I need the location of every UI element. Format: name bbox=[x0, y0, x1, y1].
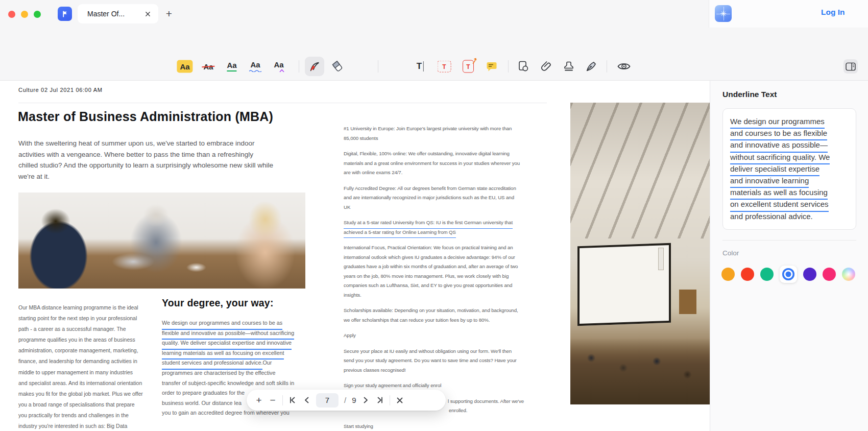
highlight-tool[interactable]: Aa bbox=[177, 60, 192, 73]
markup-toolbar bbox=[0, 53, 868, 81]
meeting-photo bbox=[18, 193, 305, 289]
text-cursor-icon bbox=[423, 61, 424, 71]
selected-text-card[interactable]: We design our programmesand courses to b… bbox=[722, 108, 856, 230]
selected-text-line: without sacrificing quality. We bbox=[730, 151, 849, 163]
pen-markup-tool[interactable] bbox=[305, 57, 324, 76]
caret-icon bbox=[279, 69, 284, 73]
squiggly-underline-tool[interactable]: Aa bbox=[249, 61, 261, 72]
page-total: 9 bbox=[352, 396, 356, 404]
color-swatch-custom[interactable] bbox=[842, 268, 855, 281]
insert-caret-tool[interactable]: Aa bbox=[273, 61, 284, 73]
toolbar-divider bbox=[607, 60, 607, 73]
right-column-line: Start studying bbox=[344, 422, 545, 431]
toolbar-divider bbox=[508, 60, 509, 73]
callout-tool[interactable]: T bbox=[463, 60, 474, 73]
ai-assistant-icon[interactable]: ✳ bbox=[715, 5, 732, 22]
document-page: Culture 02 Jul 2021 06:00 AM Master of B… bbox=[0, 81, 710, 431]
projector-screen bbox=[577, 243, 671, 326]
left-column-line: administration, corporate management, ma… bbox=[18, 345, 161, 356]
right-column-line: Apply bbox=[344, 331, 545, 341]
middle-column-heading: Your degree, your way: bbox=[162, 297, 310, 309]
right-panel-toggle-button[interactable] bbox=[843, 59, 858, 74]
underline-aa-glyph: Aa bbox=[227, 61, 236, 71]
sparkle-icon: ✳ bbox=[720, 9, 727, 18]
text-box-tool[interactable]: T bbox=[438, 61, 451, 73]
article-kicker: Culture 02 Jul 2021 06:00 AM bbox=[18, 87, 103, 93]
chevron-right-icon bbox=[364, 397, 368, 403]
left-column-line: programme qualifies you in the areas of … bbox=[18, 334, 161, 345]
left-column-line: Our MBA distance learning programme is t… bbox=[18, 302, 161, 313]
right-column-line: previous classes recognised! bbox=[344, 366, 545, 375]
new-tab-button[interactable]: + bbox=[162, 7, 176, 20]
zoom-out-button[interactable]: − bbox=[269, 393, 277, 408]
intro-line: we're at it. bbox=[18, 171, 273, 182]
stamp-tool[interactable] bbox=[563, 60, 575, 73]
annotation-properties-panel: Underline Text We design our programmesa… bbox=[710, 81, 868, 431]
shapes-tool[interactable] bbox=[517, 60, 529, 73]
right-column-line: international outlook which gives IU gra… bbox=[344, 253, 545, 262]
selected-text-line: and innovative as possible— bbox=[730, 139, 849, 151]
menu-bar: 100% EditMarkupFormSecurityToolBatch Sea… bbox=[0, 28, 868, 53]
right-column-line: Study at a 5-star rated University from … bbox=[344, 218, 545, 228]
color-swatch-green[interactable] bbox=[760, 268, 774, 281]
zoom-in-button[interactable]: + bbox=[255, 393, 263, 408]
highlight-aa-glyph: Aa bbox=[177, 60, 192, 73]
next-page-button[interactable] bbox=[362, 393, 370, 408]
selected-text-line: materials as well as focusing bbox=[730, 186, 849, 198]
last-page-button[interactable] bbox=[376, 393, 384, 408]
window-zoom-button[interactable] bbox=[34, 11, 41, 18]
lectern bbox=[679, 290, 696, 314]
right-column-line: and are internationally recognized in ma… bbox=[344, 193, 545, 203]
right-column-line: graduates have a job within six months o… bbox=[344, 262, 545, 272]
color-swatch-red[interactable] bbox=[741, 268, 754, 281]
strikethrough-tool[interactable]: Aa bbox=[203, 63, 213, 70]
left-column-line: finance, and leadership for demanding ac… bbox=[18, 356, 161, 367]
window-close-button[interactable] bbox=[8, 11, 15, 18]
attachment-tool[interactable] bbox=[540, 60, 552, 73]
document-tab[interactable]: Master Of... bbox=[78, 4, 158, 23]
squiggly-aa-glyph: Aa bbox=[250, 61, 260, 68]
right-column-line: International Focus, Practical Orientati… bbox=[344, 243, 545, 253]
sticky-note-tool[interactable] bbox=[486, 60, 498, 73]
selected-text-line: and professional advice. bbox=[730, 210, 849, 222]
callout-arrow-icon bbox=[472, 58, 477, 64]
left-column-paragraph: Our MBA distance learning programme is t… bbox=[18, 302, 161, 431]
color-swatch-purple[interactable] bbox=[803, 268, 816, 281]
toolbar-divider bbox=[378, 60, 378, 73]
tab-title: Master Of... bbox=[87, 10, 143, 18]
right-column-line: are with online exams 24/7. bbox=[344, 168, 545, 178]
comment-icon bbox=[486, 60, 498, 73]
article-divider bbox=[18, 103, 547, 103]
tab-close-icon[interactable] bbox=[143, 9, 152, 18]
stamp-icon bbox=[563, 60, 575, 73]
window-minimize-button[interactable] bbox=[21, 11, 28, 18]
close-nav-button[interactable] bbox=[396, 393, 404, 408]
middle-column-line: student services and professional advice… bbox=[162, 358, 310, 368]
color-swatch-orange[interactable] bbox=[721, 268, 735, 281]
minus-icon: − bbox=[270, 395, 275, 405]
color-swatch-blue[interactable] bbox=[780, 266, 797, 283]
first-page-button[interactable] bbox=[288, 393, 297, 408]
right-column-line: Sign your study agreement and officially… bbox=[344, 381, 545, 391]
login-button[interactable]: Log In bbox=[821, 8, 845, 17]
underline-tool[interactable]: Aa bbox=[227, 61, 236, 71]
shapes-icon bbox=[517, 60, 529, 73]
page-navigation-bar: + − 7 / 9 bbox=[247, 390, 446, 411]
prev-page-button[interactable] bbox=[302, 393, 310, 408]
color-section-label: Color bbox=[722, 249, 739, 257]
text-tool-glyph: T bbox=[417, 61, 422, 71]
squiggly-line-icon bbox=[249, 69, 261, 72]
left-column-line: and specialist areas. And its internatio… bbox=[18, 378, 161, 389]
add-text-tool[interactable]: T bbox=[417, 61, 424, 71]
eraser-tool[interactable] bbox=[331, 60, 344, 73]
page-number-input[interactable]: 7 bbox=[316, 393, 339, 408]
eraser-icon bbox=[331, 60, 344, 73]
swatch-circle bbox=[741, 268, 754, 281]
selected-text-line: deliver specialist expertise bbox=[730, 163, 849, 175]
color-swatch-pink[interactable] bbox=[823, 268, 836, 281]
signature-tool[interactable] bbox=[585, 60, 598, 73]
titlebar: Master Of... + ✳ Log In bbox=[0, 0, 868, 28]
show-annotations-tool[interactable] bbox=[617, 61, 631, 71]
right-column-line: materials and a great online environment… bbox=[344, 159, 545, 169]
toolbar-divider bbox=[299, 60, 299, 73]
